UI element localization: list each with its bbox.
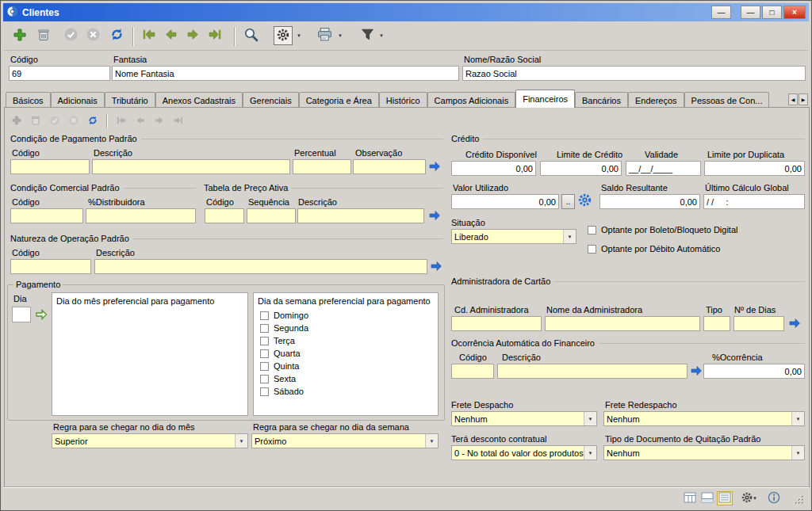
regra-mes-select[interactable]: Superior ▼ [52,433,248,448]
detail-refresh-button[interactable] [85,113,101,129]
statusbar-settings-button[interactable]: ▼ [739,491,760,505]
detail-view-button[interactable] [717,491,733,505]
assign-day-button[interactable] [34,308,48,322]
tab-scroll-right-button[interactable]: ▶ [799,93,808,105]
chevron-down-icon[interactable]: ▼ [584,446,596,460]
detail-nav-first-button[interactable] [113,113,129,129]
week-day-list[interactable]: Dia da semana preferencial para pagament… [253,292,439,416]
quarta-checkbox[interactable] [260,349,269,358]
cp-codigo-input[interactable] [10,159,90,174]
detail-nav-last-button[interactable] [170,113,186,129]
settings-dropdown-button[interactable]: ▼ [294,25,304,47]
administradora-lookup-button[interactable] [787,317,802,331]
tab-adicionais[interactable]: Adicionais [51,92,105,108]
add-button[interactable] [9,25,31,47]
print-button[interactable] [313,25,335,47]
extra-minimize-button[interactable]: — [711,6,731,19]
oc-codigo-input[interactable] [451,364,494,379]
chevron-down-icon[interactable]: ▼ [425,434,438,448]
credito-disponivel-input[interactable] [451,161,536,176]
situacao-select[interactable]: Liberado ▼ [451,229,576,244]
chevron-down-icon[interactable]: ▼ [584,412,596,425]
terca-checkbox[interactable] [260,337,269,345]
filter-button[interactable] [356,25,378,47]
optante-debito-checkbox[interactable] [588,245,596,254]
tp-codigo-input[interactable] [205,208,244,223]
detail-nav-next-button[interactable] [151,113,167,129]
cp-lookup-button[interactable] [427,160,442,174]
cd-administradora-input[interactable] [451,316,542,331]
tab-bancarios[interactable]: Bancários [575,92,628,108]
cp-percentual-input[interactable] [293,159,351,174]
sabado-checkbox[interactable] [260,387,269,396]
no-descricao-input[interactable] [94,259,427,274]
nav-first-button[interactable] [137,25,159,47]
nav-prev-button[interactable] [159,25,182,47]
resize-grip[interactable] [791,493,807,507]
split-view-button[interactable] [699,491,715,505]
info-button[interactable] [766,491,782,505]
domingo-checkbox[interactable] [260,311,269,320]
delete-button[interactable] [33,25,55,47]
tab-enderecos[interactable]: Endereços [628,92,684,108]
ultimo-calculo-input[interactable] [703,194,805,209]
segunda-checkbox[interactable] [260,324,269,333]
cc-distribuidora-input[interactable] [86,208,196,223]
settings-button[interactable] [274,26,293,45]
sexta-checkbox[interactable] [260,375,269,383]
print-dropdown-button[interactable]: ▼ [335,25,345,47]
tab-basicos[interactable]: Básicos [6,92,51,108]
cp-descricao-input[interactable] [92,159,290,174]
regra-semana-select[interactable]: Próximo ▼ [251,433,439,448]
tp-lookup-button[interactable] [427,209,442,223]
tab-historico[interactable]: Histórico [379,92,427,108]
oc-descricao-input[interactable] [497,364,688,379]
tab-scroll-left-button[interactable]: ◀ [788,93,798,105]
tab-tributario[interactable]: Tributário [105,92,155,108]
quinta-checkbox[interactable] [260,362,269,371]
tab-categoria-e-area[interactable]: Categoria e Área [299,92,379,108]
optante-boleto-checkbox[interactable] [588,226,596,235]
validade-input[interactable] [626,161,701,176]
chevron-down-icon[interactable]: ▼ [791,412,804,425]
close-button[interactable]: × [783,6,806,19]
detail-nav-prev-button[interactable] [132,113,148,129]
month-day-list[interactable]: Dia do mês preferencial para pagamento [52,292,248,416]
desconto-contratual-select[interactable]: 0 - No total do valor dos produtos ▼ [451,445,597,460]
saldo-resultante-input[interactable] [599,194,700,209]
cancel-button[interactable] [82,25,104,47]
fantasia-input[interactable] [112,66,459,81]
nome-administradora-input[interactable] [545,316,700,331]
detail-cancel-button[interactable] [66,113,82,129]
razao-social-input[interactable] [462,66,806,81]
detail-delete-button[interactable] [28,113,44,129]
maximize-button[interactable]: □ [762,6,782,19]
recalculate-button[interactable] [577,194,592,208]
search-button[interactable] [240,25,262,47]
tab-campos-adicionais[interactable]: Campos Adicionais [427,92,516,108]
nav-last-button[interactable] [204,25,226,47]
chevron-down-icon[interactable]: ▼ [235,434,247,448]
tipo-input[interactable] [703,316,730,331]
tp-descricao-input[interactable] [297,208,424,223]
cp-observacao-input[interactable] [353,159,426,174]
nav-next-button[interactable] [182,25,204,47]
codigo-header-input[interactable] [9,66,110,81]
refresh-button[interactable] [105,25,128,47]
frete-redespacho-select[interactable]: Nenhum ▼ [603,411,805,426]
frete-despacho-select[interactable]: Nenhum ▼ [451,411,597,426]
confirm-button[interactable] [59,25,82,47]
oc-lookup-button[interactable] [689,364,703,379]
filter-dropdown-button[interactable]: ▼ [377,25,386,47]
valor-utilizado-input[interactable] [451,194,559,209]
detail-add-button[interactable] [9,113,25,129]
chevron-down-icon[interactable]: ▼ [791,446,804,460]
tp-sequencia-input[interactable] [247,208,296,223]
no-lookup-button[interactable] [429,260,443,274]
cc-codigo-input[interactable] [10,208,83,223]
tab-gerenciais[interactable]: Gerenciais [243,92,299,108]
limite-credito-input[interactable] [540,161,622,176]
tipo-documento-select[interactable]: Nenhum ▼ [603,445,805,460]
detail-confirm-button[interactable] [47,113,63,129]
chevron-down-icon[interactable]: ▼ [563,230,576,243]
